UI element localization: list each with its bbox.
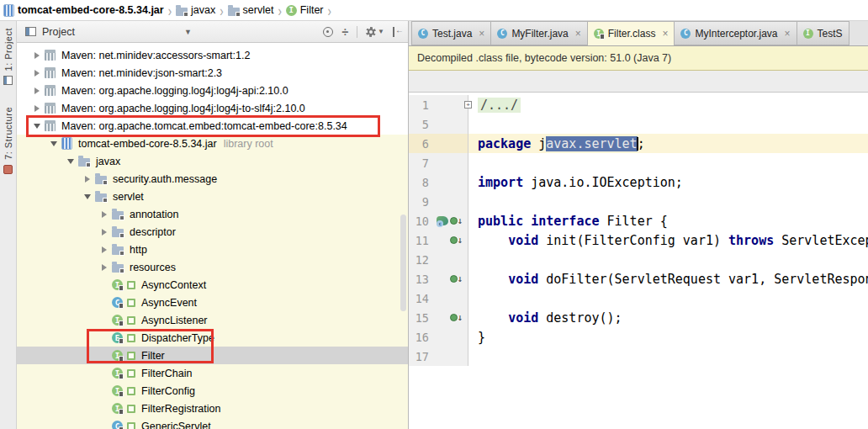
- code-line-17[interactable]: 17: [409, 347, 868, 366]
- tree-item-label: FilterConfig: [141, 385, 195, 397]
- tab-tests[interactable]: ITestS: [797, 21, 849, 45]
- code-text[interactable]: }: [468, 330, 485, 345]
- implemented-class-icon[interactable]: c: [437, 216, 448, 225]
- code-text[interactable]: package javax.servlet;: [468, 136, 645, 151]
- expanded-chevron-icon[interactable]: [63, 159, 78, 164]
- code-line-6[interactable]: 6package javax.servlet;: [409, 134, 868, 153]
- tree-item-label: GenericServlet: [141, 421, 211, 429]
- code-text[interactable]: +/.../: [468, 98, 521, 113]
- code-text[interactable]: public interface Filter {: [468, 214, 668, 229]
- collapsed-chevron-icon[interactable]: [97, 246, 112, 253]
- stripe-button-structure[interactable]: 7: Structure: [3, 107, 13, 174]
- locate-button[interactable]: [323, 27, 333, 37]
- fold-marker-icon[interactable]: +: [464, 101, 472, 109]
- expanded-chevron-icon[interactable]: [29, 124, 45, 129]
- tree-row-filter[interactable]: IFilter: [17, 347, 408, 364]
- expanded-chevron-icon[interactable]: [46, 141, 61, 146]
- interface-icon: I: [803, 29, 813, 39]
- settings-button[interactable]: ▼: [366, 27, 384, 37]
- breadcrumb-item-servlet[interactable]: servlet: [226, 4, 276, 16]
- tree-row-resources[interactable]: resources: [17, 258, 408, 276]
- code-text[interactable]: void destroy();: [468, 310, 622, 326]
- tab-test-java[interactable]: CTest.java×: [411, 21, 491, 45]
- maven-library-icon: [45, 120, 56, 131]
- code-line-16[interactable]: 16}: [409, 327, 868, 347]
- collapsed-chevron-icon[interactable]: [97, 229, 112, 236]
- package-folder-icon: [78, 158, 90, 167]
- collapsed-chevron-icon[interactable]: [29, 52, 45, 59]
- tree-row-servlet[interactable]: servlet: [17, 188, 408, 205]
- tree-row-asynccontext[interactable]: IAsyncContext: [17, 276, 408, 294]
- gutter: 15↓: [409, 308, 468, 327]
- implemented-marker-icon[interactable]: ↓: [450, 274, 463, 283]
- implemented-marker-icon[interactable]: ↓: [450, 236, 463, 245]
- project-view-dropdown[interactable]: ▼: [184, 28, 192, 36]
- collapsed-chevron-icon[interactable]: [29, 105, 45, 112]
- tool-window-stripe: 1: Project7: Structure: [0, 21, 17, 429]
- code-line-15[interactable]: 15↓ void destroy();: [409, 308, 868, 327]
- tree-scrollbar[interactable]: [400, 214, 406, 311]
- code-editor[interactable]: 1+/.../56package javax.servlet;78import …: [409, 93, 868, 429]
- tab-filter-class[interactable]: IFilter.class×: [588, 21, 675, 46]
- line-number: 16: [409, 331, 429, 344]
- jar-icon: [61, 137, 72, 150]
- tab-close-icon[interactable]: ×: [662, 28, 668, 40]
- code-line-10[interactable]: 10c↓public interface Filter {: [409, 211, 868, 230]
- code-line-7[interactable]: 7: [409, 153, 868, 172]
- maven-library-icon: [45, 85, 56, 96]
- tab-close-icon[interactable]: ×: [479, 28, 484, 40]
- line-number: 15: [409, 311, 429, 325]
- collapsed-chevron-icon[interactable]: [80, 176, 95, 183]
- tree-row-security-auth-message[interactable]: security.auth.message: [17, 170, 408, 188]
- tree-row-descriptor[interactable]: descriptor: [17, 223, 408, 241]
- collapsed-chevron-icon[interactable]: [29, 87, 45, 94]
- tree-row-annotation[interactable]: annotation: [17, 205, 408, 223]
- tree-row-http[interactable]: http: [17, 241, 408, 258]
- source-badge-icon: [127, 387, 135, 395]
- tab-close-icon[interactable]: ×: [785, 28, 791, 40]
- gutter: 17: [409, 347, 468, 366]
- stripe-button-project[interactable]: 1: Project: [3, 28, 13, 85]
- breadcrumb-item-filter[interactable]: IFilter: [284, 4, 326, 16]
- breadcrumb-item-tomcat-embed-core-8-5-34-jar[interactable]: tomcat-embed-core-8.5.34.jar: [2, 4, 166, 17]
- collapse-all-icon: ÷: [341, 28, 348, 36]
- code-line-13[interactable]: 13↓ void doFilter(ServletRequest var1, S…: [409, 269, 868, 289]
- tree-row-genericservlet[interactable]: CGenericServlet: [17, 417, 408, 429]
- tree-row-maven-org-apache-tomcat-embed-tomcat-embed-core-8-5-34[interactable]: Maven: org.apache.tomcat.embed:tomcat-em…: [17, 117, 408, 135]
- implemented-marker-icon[interactable]: ↓: [450, 313, 463, 322]
- tree-row-filterregistration[interactable]: IFilterRegistration: [17, 400, 408, 417]
- code-line-9[interactable]: 9: [409, 192, 868, 211]
- tree-row-maven-org-apache-logging-log4j-log4j-api-2-10-0[interactable]: Maven: org.apache.logging.log4j:log4j-ap…: [17, 82, 408, 99]
- tree-row-filterconfig[interactable]: IFilterConfig: [17, 382, 408, 400]
- code-text[interactable]: void init(FilterConfig var1) throws Serv…: [468, 233, 868, 248]
- code-text[interactable]: import java.io.IOException;: [468, 175, 683, 190]
- collapsed-chevron-icon[interactable]: [97, 264, 112, 271]
- code-text[interactable]: void doFilter(ServletRequest var1, Servl…: [468, 272, 868, 287]
- tree-row-tomcat-embed-core-8-5-34-jar[interactable]: tomcat-embed-core-8.5.34.jarlibrary root: [17, 135, 408, 152]
- tree-row-maven-net-minidev-json-smart-2-3[interactable]: Maven: net.minidev:json-smart:2.3: [17, 64, 408, 82]
- breadcrumb-item-javax[interactable]: javax: [174, 4, 217, 16]
- tab-close-icon[interactable]: ×: [575, 28, 581, 40]
- code-line-1[interactable]: 1+/.../: [409, 95, 868, 114]
- tab-myfilter-java[interactable]: CMyFilter.java×: [491, 21, 587, 45]
- tree-item-label: Maven: org.apache.logging.log4j:log4j-to…: [61, 103, 305, 114]
- tree-row-filterchain[interactable]: IFilterChain: [17, 364, 408, 382]
- code-line-14[interactable]: 14: [409, 289, 868, 308]
- implemented-marker-icon[interactable]: ↓: [450, 216, 463, 225]
- collapse-all-button[interactable]: ÷: [341, 28, 348, 36]
- tree-row-asyncevent[interactable]: CAsyncEvent: [17, 294, 408, 311]
- collapsed-chevron-icon[interactable]: [97, 211, 112, 218]
- tree-row-dispatchertype[interactable]: EDispatcherType: [17, 329, 408, 347]
- code-line-12[interactable]: 12: [409, 250, 868, 269]
- code-line-11[interactable]: 11↓ void init(FilterConfig var1) throws …: [409, 230, 868, 250]
- tree-row-maven-org-apache-logging-log4j-log4j-to-slf4j-2-10-0[interactable]: Maven: org.apache.logging.log4j:log4j-to…: [17, 99, 408, 117]
- tree-row-javax[interactable]: javax: [17, 152, 408, 170]
- collapsed-chevron-icon[interactable]: [29, 70, 45, 77]
- code-line-8[interactable]: 8import java.io.IOException;: [409, 172, 868, 192]
- expanded-chevron-icon[interactable]: [80, 194, 95, 199]
- hide-button[interactable]: [393, 27, 403, 37]
- code-line-5[interactable]: 5: [409, 114, 868, 134]
- tab-myinterceptor-java[interactable]: CMyInterceptor.java×: [675, 21, 797, 45]
- tree-row-asynclistener[interactable]: IAsyncListener: [17, 311, 408, 329]
- tree-row-maven-net-minidev-accessors-smart-1-2[interactable]: Maven: net.minidev:accessors-smart:1.2: [17, 46, 408, 64]
